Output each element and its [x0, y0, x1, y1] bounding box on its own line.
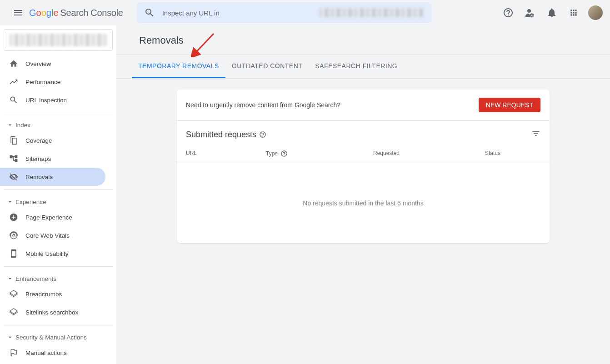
help-button[interactable] [499, 4, 517, 22]
chevron-down-icon [6, 121, 14, 129]
tab-safesearch-filtering[interactable]: SAFESEARCH FILTERING [309, 55, 404, 78]
card-subtitle: Submitted requests [186, 130, 256, 140]
flag-icon [9, 348, 18, 357]
property-selector[interactable] [4, 29, 113, 51]
chevron-down-icon [6, 334, 14, 341]
divider [4, 113, 113, 113]
sidebar-item-page-experience[interactable]: Page Experience [0, 208, 105, 226]
bell-icon [546, 7, 557, 18]
help-icon[interactable] [280, 150, 288, 157]
sidebar-item-breadcrumbs[interactable]: Breadcrumbs [0, 285, 105, 303]
redacted-property [320, 8, 424, 17]
sidebar-item-label: Performance [25, 79, 60, 85]
sidebar-item-label: Core Web Vitals [25, 232, 70, 239]
layers-icon [9, 289, 18, 299]
removals-card: Need to urgently remove content from Goo… [177, 90, 550, 243]
tabs: TEMPORARY REMOVALS OUTDATED CONTENT SAFE… [116, 55, 610, 79]
url-inspect-bar[interactable] [137, 2, 431, 23]
sidebar-item-url-inspection[interactable]: URL inspection [0, 91, 105, 109]
section-index[interactable]: Index [0, 117, 116, 131]
sidebar-item-coverage[interactable]: Coverage [0, 131, 105, 150]
sidebar-item-label: Breadcrumbs [25, 291, 62, 298]
section-security[interactable]: Security & Manual Actions [0, 329, 116, 344]
section-label: Index [15, 122, 30, 129]
col-type-label: Type [266, 150, 278, 157]
col-url: URL [186, 150, 266, 157]
eye-off-icon [9, 172, 18, 181]
empty-state: No requests submitted in the last 6 mont… [177, 163, 550, 243]
google-logo: Google [29, 8, 59, 18]
document-icon [9, 136, 18, 145]
sidebar-item-label: URL inspection [25, 97, 67, 104]
product-logo[interactable]: Google Search Console [29, 8, 123, 18]
section-label: Experience [15, 199, 46, 205]
section-experience[interactable]: Experience [0, 194, 116, 208]
sidebar-item-security-issues[interactable]: Security issues [0, 362, 105, 364]
tab-outdated-content[interactable]: OUTDATED CONTENT [225, 55, 309, 78]
new-request-button[interactable]: NEW REQUEST [479, 98, 540, 112]
help-icon[interactable] [259, 131, 266, 138]
col-type: Type [266, 150, 373, 157]
col-status: Status [485, 150, 540, 157]
tree-icon [9, 154, 18, 163]
card-prompt: Need to urgently remove content from Goo… [186, 101, 340, 109]
filter-icon [531, 129, 540, 138]
sidebar-item-label: Mobile Usability [25, 250, 69, 257]
apps-button[interactable] [565, 4, 583, 22]
hamburger-icon [13, 7, 24, 18]
sidebar-item-performance[interactable]: Performance [0, 73, 105, 91]
sidebar-item-label: Coverage [25, 137, 52, 144]
sidebar-item-label: Page Experience [25, 214, 72, 221]
divider [4, 189, 113, 190]
main-menu-button[interactable] [7, 2, 29, 24]
sidebar-item-sitemaps[interactable]: Sitemaps [0, 150, 105, 168]
users-settings-button[interactable] [521, 4, 539, 22]
filter-button[interactable] [531, 129, 540, 140]
header-actions [499, 4, 603, 22]
sidebar: Overview Performance URL inspection Inde… [0, 25, 116, 364]
sidebar-item-label: Sitelinks searchbox [25, 309, 78, 316]
layers-icon [9, 308, 18, 317]
sidebar-item-manual-actions[interactable]: Manual actions [0, 344, 105, 362]
apps-grid-icon [569, 8, 578, 17]
table-header: URL Type Requested Status [177, 144, 550, 163]
sidebar-item-label: Sitemaps [25, 155, 51, 162]
divider [4, 266, 113, 267]
user-gear-icon [525, 7, 535, 18]
tab-temporary-removals[interactable]: TEMPORARY REMOVALS [132, 55, 225, 78]
notifications-button[interactable] [543, 4, 561, 22]
redacted-property-name [10, 34, 107, 46]
sidebar-item-mobile-usability[interactable]: Mobile Usability [0, 244, 105, 263]
help-icon [503, 7, 514, 18]
phone-icon [9, 249, 18, 258]
section-label: Enhancements [15, 275, 56, 282]
product-name: Search Console [60, 8, 123, 18]
sidebar-item-label: Removals [25, 174, 53, 180]
section-enhancements[interactable]: Enhancements [0, 270, 116, 285]
chevron-down-icon [6, 198, 14, 205]
gauge-icon [9, 231, 18, 240]
app-header: Google Search Console [0, 0, 610, 25]
sidebar-item-label: Manual actions [25, 349, 67, 356]
card-header: Need to urgently remove content from Goo… [177, 90, 550, 121]
search-icon [144, 7, 155, 18]
section-label: Security & Manual Actions [15, 334, 87, 341]
home-icon [9, 59, 18, 68]
account-avatar[interactable] [588, 5, 603, 20]
sidebar-item-label: Overview [25, 60, 51, 67]
sidebar-item-overview[interactable]: Overview [0, 55, 105, 73]
divider [4, 325, 113, 325]
main-content: Removals TEMPORARY REMOVALS OUTDATED CON… [116, 25, 610, 364]
plus-circle-icon [9, 213, 18, 222]
sidebar-item-core-web-vitals[interactable]: Core Web Vitals [0, 226, 105, 244]
col-requested: Requested [373, 150, 485, 157]
content-area: Need to urgently remove content from Goo… [116, 79, 610, 254]
search-input[interactable] [162, 9, 320, 17]
page-title: Removals [116, 25, 610, 55]
sidebar-item-removals[interactable]: Removals [0, 168, 105, 186]
search-icon [9, 95, 18, 105]
card-subheader: Submitted requests [177, 121, 550, 144]
chevron-down-icon [6, 275, 14, 282]
sidebar-item-sitelinks-searchbox[interactable]: Sitelinks searchbox [0, 303, 105, 321]
trend-icon [9, 77, 18, 86]
